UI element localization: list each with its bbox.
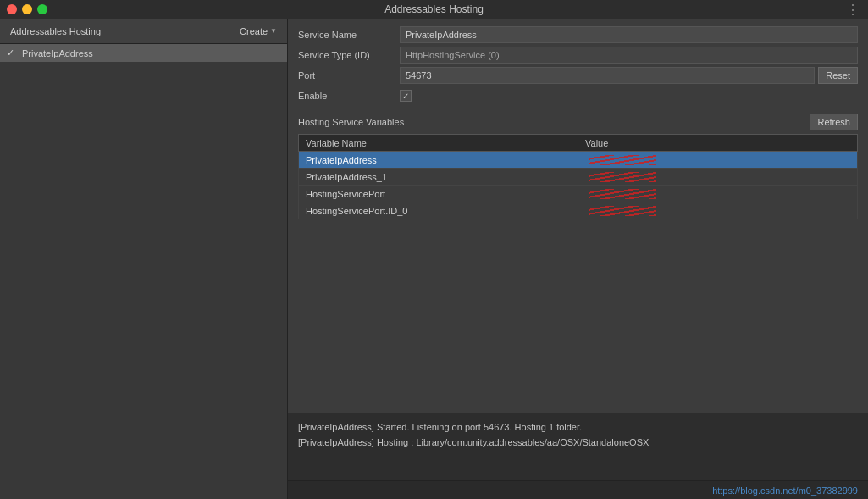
redacted-value-icon: [589, 172, 656, 182]
service-name-value[interactable]: PrivateIpAddress: [400, 26, 858, 43]
port-row: Port 54673 Reset: [298, 66, 858, 85]
var-value-cell: [578, 152, 858, 169]
sidebar-item-label: PrivateIpAddress: [22, 48, 93, 58]
redacted-value-icon: [589, 206, 656, 216]
table-row[interactable]: PrivateIpAddress_1: [299, 169, 858, 186]
port-label: Port: [298, 70, 400, 80]
log-area: [PrivateIpAddress] Started. Listening on…: [288, 413, 868, 480]
window-title: Addressables Hosting: [384, 3, 484, 15]
sidebar: Addressables Hosting Create ▼ ✓ PrivateI…: [0, 19, 288, 499]
refresh-button[interactable]: Refresh: [810, 114, 858, 130]
log-line: [PrivateIpAddress] Started. Listening on…: [298, 420, 858, 435]
reset-button[interactable]: Reset: [818, 67, 858, 84]
title-bar: Addressables Hosting ⋮: [0, 0, 868, 19]
col-header-name: Variable Name: [299, 135, 578, 152]
sidebar-tab-addressables[interactable]: Addressables Hosting: [7, 25, 104, 38]
more-options-icon[interactable]: ⋮: [846, 2, 861, 18]
service-type-row: Service Type (ID) HttpHostingService (0): [298, 46, 858, 64]
col-header-value: Value: [578, 135, 858, 152]
sidebar-item-private-ip[interactable]: ✓ PrivateIpAddress: [0, 44, 287, 62]
create-label: Create: [240, 26, 268, 36]
hosting-vars-title: Hosting Service Variables: [298, 117, 404, 127]
close-button[interactable]: [7, 4, 17, 14]
service-name-label: Service Name: [298, 30, 400, 40]
title-bar-buttons: [7, 4, 47, 14]
table-row[interactable]: PrivateIpAddress: [299, 152, 858, 169]
log-line: [PrivateIpAddress] Hosting : Library/com…: [298, 435, 858, 451]
enable-checkbox[interactable]: ✓: [400, 90, 412, 102]
var-value-cell: [578, 186, 858, 202]
main-layout: Addressables Hosting Create ▼ ✓ PrivateI…: [0, 19, 868, 499]
service-type-label: Service Type (ID): [298, 50, 400, 60]
hosting-vars-header: Hosting Service Variables Refresh: [298, 110, 858, 134]
service-type-value: HttpHostingService (0): [400, 47, 858, 64]
var-name-cell: HostingServicePort: [299, 186, 578, 202]
checkmark-icon: ✓: [7, 47, 19, 58]
minimize-button[interactable]: [22, 4, 32, 14]
var-value-cell: [578, 202, 858, 219]
enable-label: Enable: [298, 91, 400, 101]
maximize-button[interactable]: [37, 4, 47, 14]
bottom-url-link[interactable]: https://blog.csdn.net/m0_37382999: [712, 485, 858, 496]
create-dropdown[interactable]: Create ▼: [236, 25, 280, 38]
vars-table: Variable Name Value PrivateIpAddressPriv…: [298, 134, 858, 219]
sidebar-header: Addressables Hosting Create ▼: [0, 19, 287, 44]
enable-row: Enable ✓: [298, 86, 858, 105]
redacted-value-icon: [589, 155, 656, 165]
redacted-value-icon: [589, 189, 656, 199]
var-name-cell: HostingServicePort.ID_0: [299, 202, 578, 219]
bottom-bar: https://blog.csdn.net/m0_37382999: [288, 480, 868, 499]
chevron-down-icon: ▼: [270, 27, 277, 35]
var-name-cell: PrivateIpAddress_1: [299, 169, 578, 186]
var-name-cell: PrivateIpAddress: [299, 152, 578, 169]
table-row[interactable]: HostingServicePort: [299, 186, 858, 202]
right-panel: Service Name PrivateIpAddress Service Ty…: [288, 19, 868, 499]
port-value[interactable]: 54673: [400, 67, 815, 84]
vars-table-container: Variable Name Value PrivateIpAddressPriv…: [298, 134, 858, 219]
var-value-cell: [578, 169, 858, 186]
service-name-row: Service Name PrivateIpAddress: [298, 25, 858, 44]
form-area: Service Name PrivateIpAddress Service Ty…: [288, 19, 868, 413]
table-row[interactable]: HostingServicePort.ID_0: [299, 202, 858, 219]
